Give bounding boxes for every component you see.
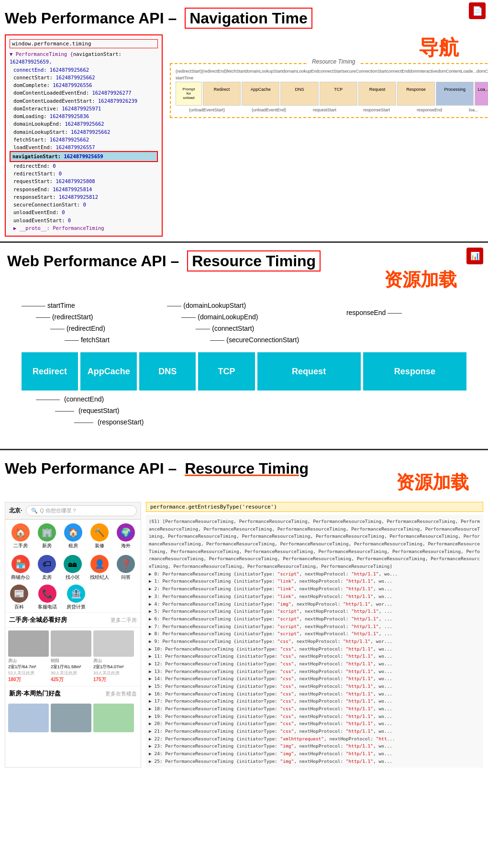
listing-img-1 bbox=[51, 630, 91, 657]
shop-label: 商铺办公 bbox=[11, 574, 30, 581]
browser-listings: 房山 2室1厅/64.7m² 52人关注此房 180万 朝阳 2室1厅/61.5… bbox=[5, 628, 141, 686]
redirect-end-label: (redirectEnd) bbox=[50, 325, 117, 332]
nav-time-title: Navigation Time bbox=[185, 8, 312, 29]
secure-conn-label: (secureConnectionStart) bbox=[210, 336, 334, 344]
console-line: fetchStart: 1624879925662 bbox=[10, 136, 158, 143]
browser-icon-row2: 🏪 商铺办公 🏷 卖房 🏘 找小区 👤 找经纪人 ❓ 问答 bbox=[5, 553, 141, 583]
console-line-22: ▶ 22: PerformanceResourceTiming {initiat… bbox=[149, 735, 480, 743]
overseas-label: 海外 bbox=[121, 542, 131, 549]
request-resource-box: Request bbox=[257, 352, 361, 391]
mortgage-label: 房贷计算 bbox=[67, 604, 86, 610]
console-line-2: ▶ 2: PerformanceResourceTiming {initiato… bbox=[149, 585, 480, 593]
console-line: requestStart: 1624879925808 bbox=[10, 177, 158, 185]
listing-price-1: 425万 bbox=[51, 676, 91, 683]
rental-icon: 🏠 bbox=[64, 523, 82, 542]
listing-item-1: 朝阳 2室1厅/61.58m² 30人关注此房 425万 bbox=[51, 630, 91, 683]
sell-label: 卖房 bbox=[42, 574, 52, 581]
dns-box: DNS bbox=[280, 82, 318, 106]
listing-area-0: 房山 bbox=[8, 658, 49, 664]
appcache-box: AppCache bbox=[242, 82, 279, 106]
rtd-upper-area: startTime (redirectStart) (redirectEnd) … bbox=[22, 302, 466, 347]
community-icon: 🏘 bbox=[64, 555, 82, 573]
browser-section-header: 二手房·全城必看好房 更多二手房 bbox=[5, 612, 141, 628]
section-resource-timing-browser: Web Performance API – Resource Timing 资源… bbox=[0, 450, 488, 777]
title-prefix: Web Performance API – bbox=[5, 10, 177, 27]
listing-viewers-2: 33人关注此房 bbox=[93, 670, 134, 676]
resource-timing-diagram: startTime (redirectStart) (redirectEnd) … bbox=[7, 302, 481, 426]
dns-resource-box: DNS bbox=[139, 352, 196, 391]
console-line: unloadEventEnd: 0 bbox=[10, 208, 158, 216]
new-house-listings bbox=[5, 701, 141, 735]
rental-label: 租房 bbox=[68, 542, 78, 549]
connect-end-label: (connectEnd) bbox=[36, 395, 466, 403]
s2-title-prefix: Web Performance API – bbox=[7, 252, 179, 270]
console-line: domInteractive: 1624879925971 bbox=[10, 105, 158, 112]
search-icon: 🔍 bbox=[31, 508, 38, 514]
new-house-more[interactable]: 更多在售楼盘 bbox=[105, 690, 137, 697]
service-label: 客服电话 bbox=[38, 604, 57, 610]
baike-icon: 📰 bbox=[10, 585, 28, 603]
qa-icon: ❓ bbox=[117, 555, 135, 573]
console-line-4: ▶ 4: PerformanceResourceTiming {initiato… bbox=[149, 600, 480, 608]
listing-img-0 bbox=[8, 630, 49, 657]
listing-price-0: 180万 bbox=[8, 676, 49, 683]
more-secondhand-link[interactable]: 更多二手房 bbox=[111, 617, 137, 624]
response-end-label: responseEnd bbox=[346, 302, 402, 316]
request-start-label: (requestStart) bbox=[55, 407, 466, 414]
start-time-label: startTime bbox=[176, 76, 488, 80]
console-line: ▶ __proto__: PerformanceTiming bbox=[10, 224, 158, 232]
overseas-icon: 🌍 bbox=[117, 523, 135, 542]
new-house-img-2 bbox=[93, 704, 134, 732]
connect-start-label: (connectStart) bbox=[196, 325, 334, 332]
console-line: ▼ PerformanceTiming {navigationStart: 16… bbox=[10, 50, 158, 66]
console-panel: window.performance.timing ▼ PerformanceT… bbox=[5, 34, 163, 237]
browser-city: 北京· bbox=[9, 507, 22, 515]
start-time-label: startTime bbox=[22, 302, 117, 309]
console-line-19: ▶ 19: PerformanceResourceTiming {initiat… bbox=[149, 713, 480, 720]
browser-search-bar[interactable]: 🔍 Q 你想住哪里？ bbox=[26, 505, 137, 516]
browser-toolbar: 北京· 🔍 Q 你想住哪里？ bbox=[5, 502, 141, 520]
browser-mock: 北京· 🔍 Q 你想住哪里？ 🏠 二手房 🏢 新房 🏠 租房 bbox=[5, 502, 141, 768]
console-line-17: ▶ 17: PerformanceResourceTiming {initiat… bbox=[149, 697, 480, 705]
agent-label: 找经纪人 bbox=[90, 574, 109, 581]
rtd-bottom-labels: (connectEnd) (requestStart) (responseSta… bbox=[22, 395, 466, 426]
domain-lookup-end-label: (domainLookupEnd) bbox=[181, 313, 334, 321]
console-line-13: ▶ 13: PerformanceResourceTiming {initiat… bbox=[149, 668, 480, 675]
redirect-resource-box: Redirect bbox=[22, 352, 78, 391]
rtd-right-labels: (domainLookupStart) (domainLookupEnd) (c… bbox=[167, 302, 334, 347]
console-output-line-0: (61) [PerformanceResourceTiming, Perform… bbox=[149, 518, 480, 570]
new-house-img-0 bbox=[8, 704, 49, 732]
console-line: connectEnd: 1624879925662 bbox=[10, 66, 158, 74]
newhouse-label: 新房 bbox=[42, 542, 52, 549]
console-line-5: ▶ 5: PerformanceResourceTiming {initiato… bbox=[149, 608, 480, 615]
console-line-6: ▶ 6: PerformanceResourceTiming {initiato… bbox=[149, 615, 480, 623]
console-line-11: ▶ 11: PerformanceResourceTiming {initiat… bbox=[149, 652, 480, 660]
console-line: domContentLoadedEventEnd: 1624879926277 bbox=[10, 89, 158, 97]
icon-service: 📞 客服电话 bbox=[38, 585, 57, 610]
request-box: Request bbox=[358, 82, 396, 106]
listing-img-2 bbox=[93, 630, 134, 657]
browser-console-container: 北京· 🔍 Q 你想住哪里？ 🏠 二手房 🏢 新房 🏠 租房 bbox=[5, 502, 483, 768]
listing-size-2: 2室1厅/54.07m² bbox=[93, 664, 134, 670]
icon-secondhand: 🏠 二手房 bbox=[11, 523, 30, 549]
console-line: redirectStart: 0 bbox=[10, 170, 158, 177]
console-line: loadEventEnd: 1624879926557 bbox=[10, 143, 158, 151]
response-box: Response bbox=[397, 82, 435, 106]
resource-timing-icon: 📊 bbox=[466, 248, 483, 264]
console-line: secureConnectionStart: 0 bbox=[10, 201, 158, 208]
rtd-left-labels: startTime (redirectStart) (redirectEnd) … bbox=[22, 302, 117, 347]
redirect-box: Redirect bbox=[203, 82, 241, 106]
appcache-resource-box: AppCache bbox=[80, 352, 137, 391]
diagram-top-labels: (redirectStart) (redirectEnd) fetchStart… bbox=[176, 69, 488, 74]
console-line: domainLookupEnd: 1624879925662 bbox=[10, 120, 158, 128]
search-placeholder: Q 你想住哪里？ bbox=[40, 507, 77, 514]
console-line: connectStart: 1624879925662 bbox=[10, 74, 158, 81]
console-line: domainLookupStart: 1624879925662 bbox=[10, 128, 158, 136]
console-line-16: ▶ 16: PerformanceResourceTiming {initiat… bbox=[149, 690, 480, 698]
timing-diagram: Resource Timing (redirectStart) (redirec… bbox=[170, 63, 488, 118]
prompt-box: Promptforunload bbox=[176, 82, 202, 106]
shop-icon: 🏪 bbox=[11, 555, 30, 573]
icon-newhouse: 🏢 新房 bbox=[38, 523, 56, 549]
icon-overseas: 🌍 海外 bbox=[117, 523, 135, 549]
icon-sell: 🏷 卖房 bbox=[38, 555, 56, 581]
